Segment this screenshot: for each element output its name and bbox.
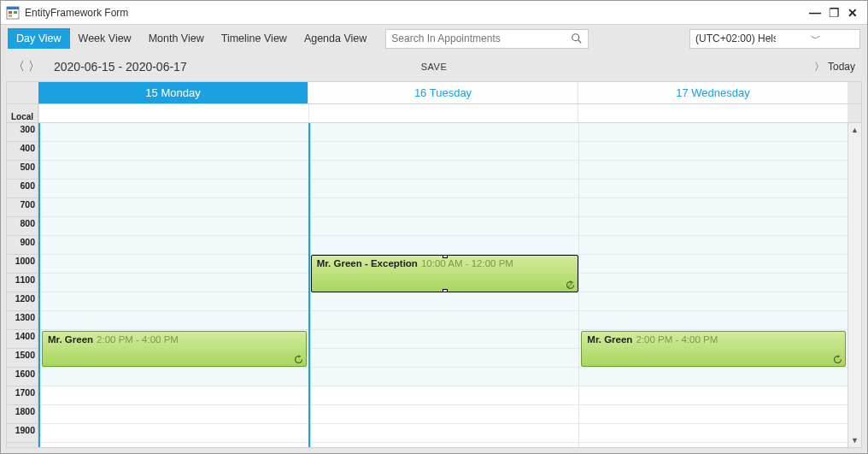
app-icon [6,6,20,20]
svg-line-6 [578,40,582,44]
timezone-label: (UTC+02:00) Helsinki, Kyiv, Riga, S [695,32,776,44]
app-window: EntityFramework Form — ❐ ✕ Day View Week… [0,0,868,454]
window-title: EntityFramework Form [25,7,806,19]
date-range: 2020-06-15 - 2020-06-17 [54,60,187,74]
titlebar: EntityFramework Form — ❐ ✕ [1,1,867,25]
local-label: Local [7,104,38,122]
search-icon [571,32,583,44]
date-navbar: 〈 〉 2020-06-15 - 2020-06-17 SAVE 〉 Today [1,52,867,81]
close-button[interactable]: ✕ [843,6,862,20]
tab-timeline-view[interactable]: Timeline View [213,28,296,49]
next-button[interactable]: 〉 [28,59,44,74]
scroll-down-button[interactable]: ▼ [848,433,861,447]
timezone-dropdown[interactable]: (UTC+02:00) Helsinki, Kyiv, Riga, S ﹀ [689,29,860,49]
chevron-right-icon: 〉 [814,60,824,74]
appointment[interactable]: Mr. Green2:00 PM - 4:00 PM [42,331,307,367]
scroll-track[interactable] [848,137,861,433]
resize-handle-bottom[interactable] [443,289,448,292]
save-button[interactable]: SAVE [421,62,448,72]
resize-handle-top[interactable] [443,255,448,258]
recurrence-icon [294,355,303,364]
day-header-row: 15 Monday 16 Tuesday 17 Wednesday [7,82,861,104]
col-wed[interactable]: Mr. Green2:00 PM - 4:00 PM [578,123,847,447]
chevron-down-icon: ﹀ [776,32,856,46]
view-toolbar: Day View Week View Month View Timeline V… [1,25,867,52]
svg-rect-3 [14,11,17,14]
appointment-selected[interactable]: Mr. Green - Exception10:00 AM - 12:00 PM [311,255,579,292]
maximize-button[interactable]: ❐ [824,6,843,20]
today-button[interactable]: 〉 Today [814,60,855,74]
day-columns: Mr. Green2:00 PM - 4:00 PM Mr. Green - E… [38,123,847,447]
recurrence-icon [833,355,842,364]
time-grid: 300 400 500 600 700 800 900 1000 1100 12… [7,123,861,447]
tab-day-view[interactable]: Day View [8,28,70,49]
time-gutter: 300 400 500 600 700 800 900 1000 1100 12… [7,123,38,447]
prev-button[interactable]: 〈 [13,59,28,74]
vertical-scrollbar[interactable]: ▲ ▼ [847,123,861,447]
col-mon[interactable]: Mr. Green2:00 PM - 4:00 PM [38,123,310,447]
header-gutter [7,82,38,103]
day-header-mon[interactable]: 15 Monday [38,82,308,103]
allday-tue[interactable] [308,104,578,122]
recurrence-exception-icon [566,280,575,290]
allday-mon[interactable] [38,104,308,122]
scheduler: 15 Monday 16 Tuesday 17 Wednesday Local … [6,81,862,448]
svg-rect-1 [7,7,19,9]
svg-rect-4 [9,15,12,17]
search-box[interactable] [385,29,589,49]
tab-week-view[interactable]: Week View [70,28,140,49]
tab-month-view[interactable]: Month View [140,28,213,49]
tab-agenda-view[interactable]: Agenda View [296,28,375,49]
search-input[interactable] [391,32,571,44]
day-header-wed[interactable]: 17 Wednesday [578,82,847,103]
day-header-tue[interactable]: 16 Tuesday [308,82,578,103]
allday-row: Local [7,104,861,123]
allday-wed[interactable] [578,104,847,122]
col-tue[interactable]: Mr. Green - Exception10:00 AM - 12:00 PM [310,123,579,447]
svg-rect-2 [9,11,12,14]
scroll-up-button[interactable]: ▲ [848,123,861,137]
appointment[interactable]: Mr. Green2:00 PM - 4:00 PM [581,331,846,367]
svg-point-5 [572,34,579,41]
minimize-button[interactable]: — [806,6,824,20]
